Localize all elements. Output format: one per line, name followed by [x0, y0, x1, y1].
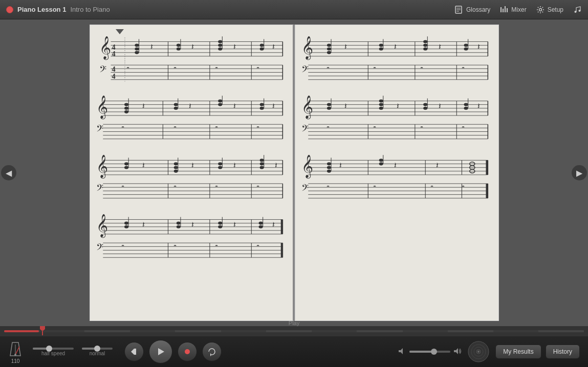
titlebar: Piano Lesson 1 Intro to Piano Glossary M…	[0, 0, 588, 19]
speed-slider[interactable]	[33, 348, 74, 350]
svg-point-129	[259, 158, 264, 162]
loop-button[interactable]	[202, 342, 222, 361]
svg-point-166	[176, 222, 180, 225]
svg-point-8	[539, 8, 541, 11]
svg-point-47	[259, 48, 264, 51]
music-icon	[573, 5, 582, 14]
timeline[interactable]: Play	[0, 326, 588, 336]
timeline-playhead[interactable]	[39, 326, 46, 335]
svg-text:𝄽: 𝄽	[191, 222, 194, 227]
rewind-button[interactable]	[124, 342, 144, 361]
svg-point-43	[218, 44, 222, 47]
metronome-icon	[8, 340, 23, 358]
svg-text:𝄞: 𝄞	[96, 214, 108, 238]
svg-point-46	[259, 44, 264, 47]
pitch-slider[interactable]	[82, 348, 113, 350]
glossary-icon	[454, 5, 464, 14]
svg-point-130	[259, 163, 264, 166]
svg-point-204	[327, 48, 331, 51]
svg-point-124	[173, 170, 178, 173]
svg-marker-309	[131, 349, 134, 355]
svg-point-255	[464, 103, 468, 106]
svg-text:𝄽: 𝄽	[439, 44, 441, 50]
play-label: Play	[289, 320, 299, 326]
svg-point-89	[259, 107, 264, 110]
svg-point-208	[379, 48, 383, 51]
svg-point-203	[327, 44, 331, 47]
svg-text:𝄽: 𝄽	[477, 103, 480, 109]
setup-button[interactable]: Setup	[536, 5, 563, 14]
music-icon-btn[interactable]	[573, 5, 582, 14]
svg-text:𝄽: 𝄽	[142, 163, 144, 168]
svg-point-290	[327, 170, 331, 173]
svg-point-250	[379, 107, 383, 110]
next-page-button[interactable]: ▶	[572, 165, 587, 180]
svg-point-249	[379, 103, 383, 106]
svg-text:𝄢: 𝄢	[96, 123, 103, 136]
svg-point-256	[464, 107, 468, 110]
transport-center-buttons	[123, 340, 223, 363]
staff-system-6: 𝄞 𝄢	[298, 88, 495, 145]
mixer-button[interactable]: Mixer	[499, 5, 526, 14]
svg-text:𝄽: 𝄽	[233, 222, 235, 227]
svg-text:𝄽: 𝄽	[272, 44, 274, 50]
svg-rect-6	[505, 6, 506, 12]
pages-container: 𝄞 𝄢 4 4 4 4	[90, 25, 499, 321]
gear-icon	[536, 5, 545, 14]
record-button[interactable]	[178, 342, 197, 361]
svg-line-307	[15, 347, 19, 355]
svg-text:𝄽: 𝄽	[275, 163, 277, 168]
svg-text:𝄽: 𝄽	[191, 44, 194, 50]
toolbar-right: Glossary Mixer Setup	[454, 5, 582, 14]
svg-text:𝄽: 𝄽	[394, 44, 397, 50]
svg-point-215	[464, 48, 468, 51]
staff-system-5: 𝄞 𝄢	[298, 29, 495, 85]
glossary-button[interactable]: Glossary	[454, 5, 490, 14]
svg-text:𝄞: 𝄞	[99, 36, 111, 60]
svg-text:𝄞: 𝄞	[96, 95, 108, 120]
svg-text:𝄽: 𝄽	[272, 103, 274, 109]
page-right: 𝄞 𝄢	[295, 25, 499, 321]
mixer-icon	[499, 5, 509, 14]
svg-point-127	[218, 166, 222, 169]
play-button[interactable]	[149, 340, 172, 363]
svg-point-78	[124, 103, 128, 106]
svg-text:𝄢: 𝄢	[301, 64, 309, 77]
metronome-value: 110	[11, 358, 20, 364]
svg-point-172	[258, 222, 263, 225]
history-button[interactable]: History	[546, 345, 580, 359]
vinyl-icon	[466, 339, 491, 364]
svg-text:𝄽: 𝄽	[233, 103, 235, 109]
staff-system-3: 𝄞 𝄢	[93, 148, 290, 204]
svg-point-288	[327, 163, 331, 166]
my-results-button[interactable]: My Results	[495, 345, 541, 359]
svg-text:𝄢: 𝄢	[96, 242, 103, 255]
volume-section	[398, 347, 462, 357]
svg-point-210	[423, 40, 427, 43]
svg-point-167	[176, 225, 180, 228]
svg-text:𝄽: 𝄽	[436, 163, 439, 168]
close-button[interactable]	[6, 6, 13, 13]
svg-text:𝄽: 𝄽	[189, 103, 191, 109]
svg-point-253	[423, 107, 427, 110]
svg-point-245	[327, 103, 331, 106]
mixer-label: Mixer	[511, 6, 526, 13]
pitch-section: normal	[82, 348, 113, 356]
svg-rect-4	[500, 7, 502, 12]
svg-point-82	[173, 103, 178, 106]
svg-point-86	[218, 103, 222, 106]
svg-point-320	[477, 351, 480, 353]
svg-text:𝄞: 𝄞	[301, 36, 313, 60]
svg-marker-314	[399, 348, 403, 354]
svg-text:4: 4	[112, 72, 115, 80]
page-left: 𝄞 𝄢 4 4 4 4	[90, 25, 294, 321]
volume-slider[interactable]	[409, 351, 450, 353]
prev-page-button[interactable]: ◀	[1, 165, 16, 180]
svg-text:𝄽: 𝄽	[142, 222, 144, 227]
svg-text:𝄢: 𝄢	[301, 182, 309, 195]
transport-bar: Play	[0, 326, 588, 367]
timeline-track[interactable]	[4, 330, 584, 332]
svg-text:𝄽: 𝄽	[344, 44, 347, 50]
svg-point-44	[218, 48, 222, 51]
svg-point-10	[579, 10, 581, 12]
